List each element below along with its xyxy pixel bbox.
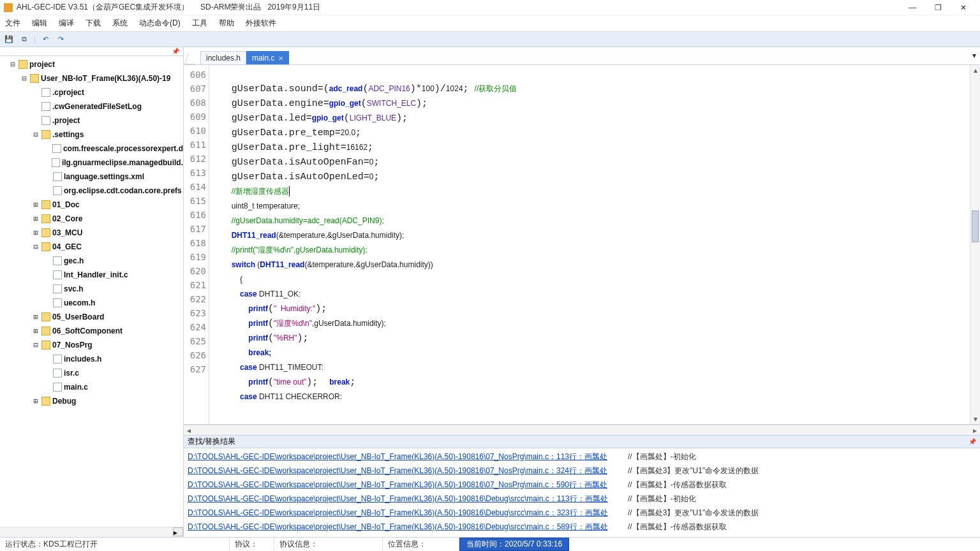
tree-item[interactable]: .cwGeneratedFileSetLog <box>52 102 142 111</box>
results-header: 查找/替换结果 <box>188 436 235 447</box>
project-tree[interactable]: ⊟project ⊟User_NB-IoT_Frame(KL36)(A.50)-… <box>0 56 183 527</box>
status-time: 当前时间：2020/5/7 0:33:16 <box>459 538 569 551</box>
result-comment: //【画瓢处】-传感器数据获取 <box>628 522 727 533</box>
tree-folder[interactable]: 02_Core <box>52 214 82 223</box>
tree-folder[interactable]: 01_Doc <box>52 200 80 209</box>
tree-item[interactable]: includes.h <box>64 355 101 364</box>
pin-icon[interactable]: 📌 <box>172 48 179 55</box>
line-gutter: 606 607 608 609 610 611 612 613 614 615 … <box>184 65 209 424</box>
menu-help[interactable]: 帮助 <box>219 18 234 29</box>
tab-label: main.c <box>252 54 274 62</box>
tree-item[interactable]: .project <box>52 116 80 125</box>
result-link[interactable]: D:\TOOLS\AHL-GEC-IDE\workspace\project\U… <box>188 452 609 462</box>
editor-hscroll[interactable]: ◂▸ <box>184 425 980 435</box>
tree-item[interactable]: gec.h <box>64 256 84 265</box>
tree-item[interactable]: language.settings.xml <box>64 172 144 181</box>
menu-download[interactable]: 下载 <box>85 18 101 29</box>
status-position: 位置信息： <box>383 538 459 551</box>
menu-compile[interactable]: 编译 <box>59 18 74 29</box>
result-comment: //【画瓢处3】更改"U1"命令发送的数据 <box>628 508 759 518</box>
toolbar: 💾 ⧉ ↶ ↷ <box>0 32 980 47</box>
result-link[interactable]: D:\TOOLS\AHL-GEC-IDE\workspace\project\U… <box>188 480 609 490</box>
menu-system[interactable]: 系统 <box>112 18 128 29</box>
result-link[interactable]: D:\TOOLS\AHL-GEC-IDE\workspace\project\U… <box>188 466 609 476</box>
menu-external[interactable]: 外接软件 <box>246 18 276 29</box>
title-text-2: SD-ARM荣誉出品 <box>200 2 261 13</box>
tree-settings[interactable]: .settings <box>52 130 84 139</box>
tree-root[interactable]: project <box>29 60 55 69</box>
result-link[interactable]: D:\TOOLS\AHL-GEC-IDE\workspace\project\U… <box>188 522 609 533</box>
menu-edit[interactable]: 编辑 <box>32 18 47 29</box>
tree-item[interactable]: main.c <box>64 383 88 392</box>
result-link[interactable]: D:\TOOLS\AHL-GEC-IDE\workspace\project\U… <box>188 508 609 518</box>
app-icon <box>4 3 13 12</box>
tree-project[interactable]: User_NB-IoT_Frame(KL36)(A.50)-19 <box>41 74 170 83</box>
results-pin-icon[interactable]: 📌 <box>969 438 976 445</box>
results-body[interactable]: D:\TOOLS\AHL-GEC-IDE\workspace\project\U… <box>184 448 980 537</box>
menu-bar: 文件 编辑 编译 下载 系统 动态命令(D) 工具 帮助 外接软件 <box>0 15 980 32</box>
menu-file[interactable]: 文件 <box>5 18 20 29</box>
save-icon[interactable]: 💾 <box>3 34 15 45</box>
tab-main-c[interactable]: main.c✕ <box>246 51 289 64</box>
tree-folder-gec[interactable]: 04_GEC <box>52 242 82 251</box>
maximize-button[interactable]: ❐ <box>925 1 951 15</box>
tree-folder-nosprg[interactable]: 07_NosPrg <box>52 341 93 349</box>
tree-item[interactable]: svc.h <box>64 284 84 293</box>
tree-item[interactable]: org.eclipse.cdt.codan.core.prefs <box>64 186 182 195</box>
editor-pane: includes.h main.c✕ ▾ 606 607 608 609 610… <box>184 47 980 537</box>
tree-item[interactable]: ilg.gnuarmeclipse.managedbuild. <box>62 158 183 167</box>
tree-item[interactable]: com.freescale.processorexpert.d <box>63 144 183 153</box>
redo-icon[interactable]: ↷ <box>54 34 67 45</box>
tab-close-icon[interactable]: ✕ <box>278 55 283 62</box>
result-comment: //【画瓢处3】更改"U1"命令发送的数据 <box>628 466 759 476</box>
project-pane: 📌 ⊟project ⊟User_NB-IoT_Frame(KL36)(A.50… <box>0 47 184 537</box>
result-comment: //【画瓢处】-传感器数据获取 <box>628 480 727 490</box>
title-text-3: 2019年9月11日 <box>267 2 320 13</box>
result-link[interactable]: D:\TOOLS\AHL-GEC-IDE\workspace\project\U… <box>188 494 609 504</box>
editor-tabs: includes.h main.c✕ ▾ <box>184 47 980 65</box>
tree-folder[interactable]: 03_MCU <box>52 228 82 237</box>
code-content[interactable]: gUserData.sound=(adc_read(ADC_PIN16)*100… <box>209 65 970 424</box>
tree-folder[interactable]: 05_UserBoard <box>52 312 104 321</box>
tab-includes-h[interactable]: includes.h <box>200 51 246 64</box>
copy-icon[interactable]: ⧉ <box>18 34 31 45</box>
tab-dropdown-icon[interactable]: ▾ <box>972 51 976 60</box>
search-results-pane: 查找/替换结果 📌 D:\TOOLS\AHL-GEC-IDE\workspace… <box>184 435 980 537</box>
status-bar: 运行状态：KDS工程已打开 协议： 协议信息： 位置信息： 当前时间：2020/… <box>0 537 980 551</box>
tree-item[interactable]: Int_Handler_init.c <box>64 270 128 279</box>
result-comment: //【画瓢处】-初始化 <box>628 452 696 462</box>
editor-vscroll[interactable]: ▴▾ <box>970 65 980 424</box>
tree-item[interactable]: uecom.h <box>64 298 95 307</box>
main-area: 📌 ⊟project ⊟User_NB-IoT_Frame(KL36)(A.50… <box>0 47 980 537</box>
status-proto-info: 协议信息： <box>274 538 383 551</box>
menu-dynamic-cmd[interactable]: 动态命令(D) <box>139 18 181 29</box>
tab-wedge-icon <box>184 53 200 64</box>
status-run: 运行状态：KDS工程已打开 <box>0 538 230 551</box>
tree-debug[interactable]: Debug <box>52 397 76 406</box>
close-button[interactable]: ✕ <box>951 1 976 15</box>
result-comment: //【画瓢处】-初始化 <box>628 494 696 504</box>
menu-tools[interactable]: 工具 <box>192 18 207 29</box>
tree-item[interactable]: .cproject <box>52 88 84 97</box>
code-editor[interactable]: 606 607 608 609 610 611 612 613 614 615 … <box>184 65 980 425</box>
status-proto-label: 协议： <box>230 538 274 551</box>
title-text-1: AHL-GEC-IDE V3.51（金葫芦GEC集成开发环境） <box>17 2 189 13</box>
minimize-button[interactable]: — <box>900 1 925 15</box>
tab-label: includes.h <box>206 54 241 62</box>
undo-icon[interactable]: ↶ <box>39 34 52 45</box>
tree-item[interactable]: isr.c <box>64 369 79 378</box>
title-bar: AHL-GEC-IDE V3.51（金葫芦GEC集成开发环境） SD-ARM荣誉… <box>0 0 980 15</box>
tree-folder[interactable]: 06_SoftComponent <box>52 327 122 335</box>
tree-hscroll[interactable]: ▸ <box>0 527 183 537</box>
